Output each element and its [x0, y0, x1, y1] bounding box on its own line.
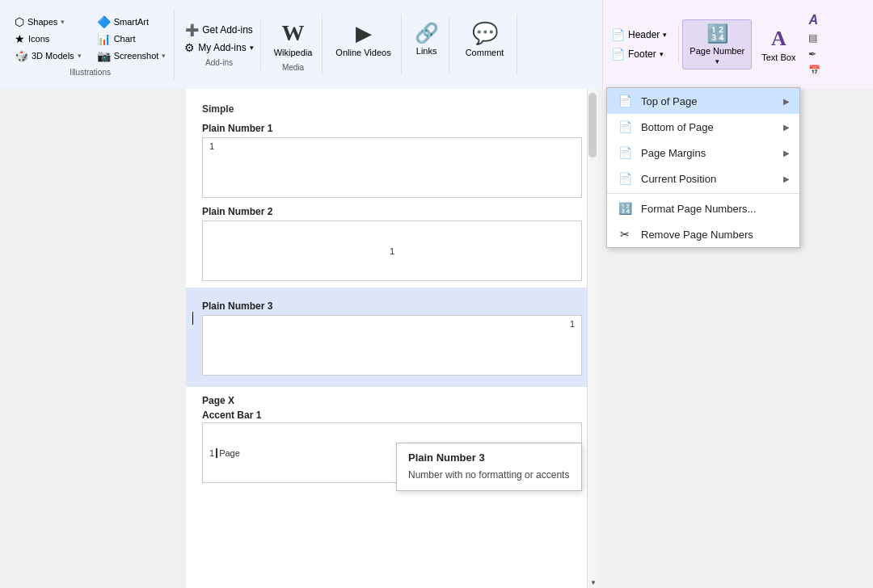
my-addins-label: My Add-ins: [198, 42, 246, 53]
shapes-label: Shapes: [27, 17, 57, 27]
menu-item-current-position[interactable]: 📄 Current Position ▶: [607, 166, 799, 191]
get-addins-label: Get Add-ins: [202, 24, 253, 36]
accent-bar-char: 1: [209, 448, 217, 458]
current-position-icon: 📄: [617, 170, 633, 187]
smartart-button[interactable]: 🔷 SmartArt: [94, 14, 170, 30]
header-button[interactable]: 📄 Header ▾: [606, 26, 672, 44]
accent1-label: Accent Bar 1: [202, 410, 582, 421]
wikipedia-button[interactable]: W Wikipedia: [268, 17, 319, 61]
online-videos-icon: ▶: [356, 21, 372, 46]
comment-icon: 💬: [472, 21, 498, 46]
comment-label: Comment: [466, 48, 504, 57]
my-addins-button[interactable]: ⚙ My Add-ins ▾: [181, 40, 256, 56]
dropdown-scroll[interactable]: Simple Plain Number 1 1 Plain Number 2 1…: [186, 89, 598, 588]
shapes-icon: ⬡: [15, 15, 24, 28]
comment-button[interactable]: 💬 Comment: [459, 18, 511, 61]
3d-models-button[interactable]: 🎲 3D Models ▾: [11, 48, 87, 64]
plain3-section: Plain Number 3 1: [186, 288, 598, 387]
main-toolbar: ⬡ Shapes ▾ 🔷 SmartArt ★ Icons 📊 Chart 🎲 …: [0, 0, 606, 89]
addins-group: ➕ Get Add-ins ⚙ My Add-ins ▾ Add-ins: [178, 19, 260, 70]
plain3-label: Plain Number 3: [202, 300, 582, 312]
menu-item-remove-page-numbers[interactable]: ✂ Remove Page Numbers: [607, 221, 799, 247]
links-button[interactable]: 🔗 Links: [408, 19, 445, 59]
plain1-label: Plain Number 1: [202, 123, 582, 134]
footer-label: Footer: [628, 48, 656, 60]
my-addins-arrow: ▾: [250, 44, 254, 52]
icons-button[interactable]: ★ Icons: [11, 31, 87, 47]
scroll-thumb[interactable]: [588, 93, 597, 158]
scroll-track: ▲ ▼: [587, 89, 598, 588]
footer-button[interactable]: 📄 Footer ▾: [606, 45, 672, 63]
footer-arrow: ▾: [660, 50, 664, 58]
cursor-indicator: [192, 312, 193, 325]
wordart-button[interactable]: A: [805, 11, 824, 29]
links-group: 🔗 Links: [405, 15, 449, 74]
menu-item-bottom-of-page[interactable]: 📄 Bottom of Page ▶: [607, 114, 799, 140]
footer-icon: 📄: [611, 48, 625, 61]
online-videos-button[interactable]: ▶ Online Videos: [329, 18, 397, 61]
menu-item-top-of-page[interactable]: 📄 Top of Page ▶: [607, 88, 799, 114]
chart-label: Chart: [114, 34, 136, 44]
shapes-button[interactable]: ⬡ Shapes ▾: [11, 14, 87, 30]
wikipedia-icon: W: [282, 20, 305, 46]
accent-content: 1 Page: [209, 448, 240, 458]
plain3-tooltip: Plain Number 3 Number with no formatting…: [396, 443, 582, 491]
menu-item-page-margins[interactable]: 📄 Page Margins ▶: [607, 140, 799, 166]
pagex-label: Page X: [202, 395, 582, 406]
screenshot-button[interactable]: 📷 Screenshot ▾: [94, 48, 170, 64]
illustrations-label: Illustrations: [70, 68, 111, 77]
onlinevideos-group: ▶ Online Videos: [326, 15, 401, 75]
plain1-number: 1: [203, 138, 221, 154]
screenshot-dropdown-arrow: ▾: [162, 52, 166, 60]
header-icon: 📄: [611, 28, 625, 41]
tooltip-title: Plain Number 3: [408, 452, 570, 464]
smartart-label: SmartArt: [114, 17, 149, 27]
top-of-page-icon: 📄: [617, 93, 633, 109]
page-margins-arrow: ▶: [783, 149, 790, 158]
text-box-icon: A: [771, 27, 787, 51]
3d-models-dropdown-arrow: ▾: [78, 52, 82, 60]
small-icons-group: A ▤ ✒ 📅: [805, 11, 824, 78]
scroll-down-arrow[interactable]: ▼: [588, 577, 598, 588]
remove-page-numbers-icon: ✂: [617, 226, 633, 242]
get-addins-button[interactable]: ➕ Get Add-ins: [182, 22, 256, 38]
online-videos-label: Online Videos: [335, 48, 390, 57]
text-box-button[interactable]: A Text Box: [755, 23, 802, 65]
page-number-label: Page Number: [690, 46, 744, 56]
illustrations-grid: ⬡ Shapes ▾ 🔷 SmartArt ★ Icons 📊 Chart 🎲 …: [10, 12, 171, 65]
chart-button[interactable]: 📊 Chart: [94, 31, 170, 47]
plain2-label: Plain Number 2: [202, 206, 582, 217]
plain3-preview[interactable]: 1: [202, 315, 582, 376]
accent-page-text: Page: [219, 448, 240, 458]
3d-models-icon: 🎲: [15, 49, 28, 62]
format-page-numbers-label: Format Page Numbers...: [641, 203, 790, 215]
bottom-of-page-icon: 📄: [617, 119, 633, 135]
screenshot-label: Screenshot: [114, 51, 159, 61]
links-label: Links: [416, 46, 437, 56]
current-position-label: Current Position: [641, 173, 775, 185]
dropcap-button[interactable]: ▤: [805, 31, 824, 45]
page-number-button[interactable]: 🔢 Page Number ▾: [682, 19, 752, 69]
bottom-of-page-arrow: ▶: [783, 123, 790, 132]
screenshot-icon: 📷: [97, 49, 111, 62]
plain1-preview[interactable]: 1: [202, 137, 582, 198]
right-ribbon: 📄 Header ▾ 📄 Footer ▾ 🔢 Page Number ▾ A …: [602, 0, 873, 89]
top-of-page-label: Top of Page: [641, 95, 775, 107]
context-menu: 📄 Top of Page ▶ 📄 Bottom of Page ▶ 📄 Pag…: [606, 87, 800, 248]
icons-label: Icons: [28, 34, 49, 44]
illustrations-group: ⬡ Shapes ▾ 🔷 SmartArt ★ Icons 📊 Chart 🎲 …: [6, 9, 175, 80]
remove-page-numbers-label: Remove Page Numbers: [641, 229, 790, 241]
page-margins-icon: 📄: [617, 145, 633, 161]
plain2-preview[interactable]: 1: [202, 220, 582, 281]
dropdown-panel: Simple Plain Number 1 1 Plain Number 2 1…: [186, 89, 598, 588]
page-margins-label: Page Margins: [641, 147, 775, 159]
plain3-number: 1: [563, 316, 581, 332]
my-addins-icon: ⚙: [184, 41, 195, 54]
header-arrow: ▾: [663, 31, 667, 39]
signature-button[interactable]: ✒: [805, 47, 824, 61]
get-addins-icon: ➕: [185, 23, 199, 36]
menu-item-format-page-numbers[interactable]: 🔢 Format Page Numbers...: [607, 195, 799, 221]
datetime-button[interactable]: 📅: [805, 63, 824, 78]
top-of-page-arrow: ▶: [783, 97, 790, 106]
links-icon: 🔗: [415, 22, 439, 44]
